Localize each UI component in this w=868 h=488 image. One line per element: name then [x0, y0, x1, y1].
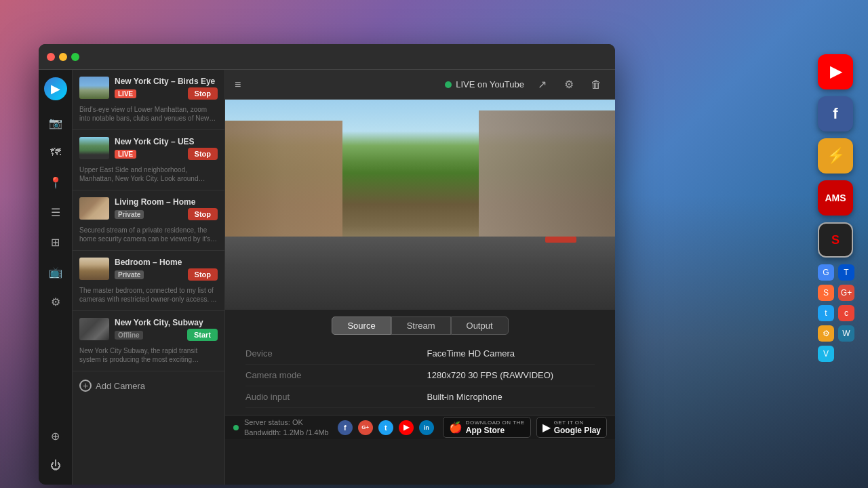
sidebar-icons: ▶ 📷 🗺 📍 ☰ ⊞ 📺 ⚙ ⊕ ⏻: [39, 70, 73, 485]
menu-icon[interactable]: ≡: [235, 79, 437, 91]
camera-desc-subway: New York City Subway, the rapid transit …: [79, 346, 218, 364]
status-badge-living: Private: [115, 210, 144, 219]
camera-desc-bedroom: The master bedroom, connected to my list…: [79, 286, 218, 304]
sidebar-item-add[interactable]: ⊕: [43, 424, 68, 448]
dock-youtube-icon[interactable]: ▶: [818, 54, 853, 89]
settings-icon[interactable]: ⚙: [559, 75, 578, 94]
source-info-grid: Device FaceTime HD Camera Camera mode 12…: [232, 343, 608, 408]
footer-right: 🍎 Download on the App Store ▶ GET IT ON …: [443, 417, 607, 438]
sidebar-item-map[interactable]: 🗺: [43, 140, 68, 165]
camera-thumbnail-living: [79, 197, 109, 220]
mode-label: Camera mode: [245, 365, 420, 386]
delete-icon[interactable]: 🗑: [587, 75, 606, 94]
status-badge-subway: Offline: [115, 331, 143, 340]
camera-desc-ues: Upper East Side and neighborhood, Manhat…: [79, 165, 218, 183]
android-icon: ▶: [542, 421, 551, 434]
dock-twitter-icon[interactable]: t: [818, 305, 834, 321]
device-label: Device: [245, 343, 420, 365]
status-badge-birds-eye: LIVE: [115, 89, 136, 98]
tabs-row: Source Stream Output: [232, 310, 608, 343]
live-indicator: LIVE on YouTube: [445, 79, 524, 89]
social-twitter[interactable]: t: [378, 420, 393, 435]
server-status-line: Server status: OK: [244, 418, 329, 427]
sidebar-item-cameras[interactable]: 📷: [43, 110, 68, 135]
google-play-badge[interactable]: ▶ GET IT ON Google Play: [536, 417, 607, 438]
camera-name-ues: New York City – UES: [115, 137, 218, 146]
street-ground: [225, 237, 615, 310]
social-google-plus[interactable]: G+: [358, 420, 373, 435]
toolbar-actions: ↗ ⚙ 🗑: [532, 75, 606, 94]
share-icon[interactable]: ↗: [532, 75, 551, 94]
sidebar-item-grid[interactable]: ⊞: [43, 230, 68, 254]
stop-button-ues[interactable]: Stop: [188, 148, 218, 160]
server-status-dot: [233, 425, 239, 430]
camera-desc-birds-eye: Bird's-eye view of Lower Manhattan, zoom…: [79, 105, 218, 123]
camera-name-living: Living Room – Home: [115, 197, 218, 207]
close-button[interactable]: [47, 53, 55, 61]
social-youtube[interactable]: ▶: [399, 420, 414, 435]
add-camera-icon: +: [79, 380, 92, 392]
minimize-button[interactable]: [59, 53, 67, 61]
dock-adobe-icon[interactable]: AMS: [818, 180, 853, 216]
camera-item-living[interactable]: Living Room – Home Private Stop Secured …: [73, 190, 224, 251]
main-content: ≡ LIVE on YouTube ↗ ⚙ 🗑: [225, 70, 615, 485]
camera-item-birds-eye[interactable]: New York City – Birds Eye LIVE Stop Bird…: [73, 70, 224, 130]
footer-left: Server status: OK Bandwidth: 1.2Mb /1.4M…: [233, 418, 329, 437]
window-controls: [47, 53, 79, 61]
audio-label: Audio input: [245, 386, 420, 408]
device-value: FaceTime HD Camera: [420, 343, 595, 365]
dock-wp-icon[interactable]: W: [838, 325, 854, 342]
social-facebook[interactable]: f: [338, 420, 353, 435]
status-badge-bedroom: Private: [115, 270, 144, 279]
sidebar-item-location[interactable]: 📍: [43, 170, 68, 195]
stop-button-living[interactable]: Stop: [188, 208, 218, 220]
camera-item-ues[interactable]: New York City – UES LIVE Stop Upper East…: [73, 130, 224, 190]
app-store-pre: Download on the: [466, 420, 525, 426]
tab-source[interactable]: Source: [332, 317, 391, 335]
stop-button-bedroom[interactable]: Stop: [188, 268, 218, 281]
tab-output[interactable]: Output: [451, 317, 509, 335]
app-store-name: App Store: [466, 426, 525, 435]
video-preview: [225, 100, 615, 310]
audio-value: Built-in Microphone: [420, 386, 595, 408]
dock-yellow-icon[interactable]: ⚙: [818, 325, 834, 342]
dock-icons: ▶ f ⚡ AMS S G T S G+ t c ⚙ W V: [818, 54, 854, 362]
title-bar: [39, 44, 615, 70]
camera-name-birds-eye: New York City – Birds Eye: [115, 77, 218, 86]
camera-item-bedroom[interactable]: Bedroom – Home Private Stop The master b…: [73, 251, 224, 311]
tab-stream[interactable]: Stream: [391, 317, 451, 335]
google-play-name: Google Play: [554, 426, 601, 435]
start-button-subway[interactable]: Start: [187, 329, 218, 341]
camera-thumbnail-ues: [79, 137, 109, 159]
dock-c-icon[interactable]: c: [838, 305, 854, 321]
camera-name-bedroom: Bedroom – Home: [115, 258, 218, 267]
dock-vimeo-icon[interactable]: V: [818, 346, 834, 362]
dock-lightning-icon[interactable]: ⚡: [818, 138, 853, 174]
sidebar-item-monitor[interactable]: 📺: [43, 260, 68, 284]
sidebar-logo[interactable]: ▶: [43, 77, 68, 101]
sidebar-item-power[interactable]: ⏻: [43, 453, 68, 478]
stop-button-birds-eye[interactable]: Stop: [188, 87, 218, 100]
camera-item-subway[interactable]: New York City, Subway Offline Start New …: [73, 311, 224, 371]
app-window: ▶ 📷 🗺 📍 ☰ ⊞ 📺 ⚙ ⊕ ⏻ New York City – Bird…: [39, 44, 615, 485]
bandwidth-line: Bandwidth: 1.2Mb /1.4Mb: [244, 428, 329, 437]
apple-icon: 🍎: [449, 421, 462, 434]
dock-sniper-icon[interactable]: S: [818, 222, 853, 258]
dock-trello-icon[interactable]: T: [838, 264, 854, 281]
dock-s-icon[interactable]: S: [818, 285, 834, 301]
social-linkedin[interactable]: in: [419, 420, 434, 435]
server-status-text: Server status: OK Bandwidth: 1.2Mb /1.4M…: [244, 418, 329, 437]
live-status-text: LIVE on YouTube: [456, 79, 524, 89]
camera-desc-living: Secured stream of a private residence, t…: [79, 226, 218, 243]
dock-gplus-icon[interactable]: G+: [838, 285, 854, 301]
app-store-badge[interactable]: 🍎 Download on the App Store: [443, 417, 531, 438]
add-camera-button[interactable]: + Add Camera: [73, 371, 224, 400]
footer-social: f G+ t ▶ in: [338, 420, 434, 435]
dock-facebook-icon[interactable]: f: [818, 96, 853, 131]
sidebar-item-list[interactable]: ☰: [43, 200, 68, 224]
dock-cluster-top: G T S G+ t c ⚙ W V: [818, 264, 854, 362]
maximize-button[interactable]: [71, 53, 79, 61]
sidebar-item-settings[interactable]: ⚙: [43, 289, 68, 314]
dock-g-icon[interactable]: G: [818, 264, 834, 281]
status-badge-ues: LIVE: [115, 150, 136, 159]
